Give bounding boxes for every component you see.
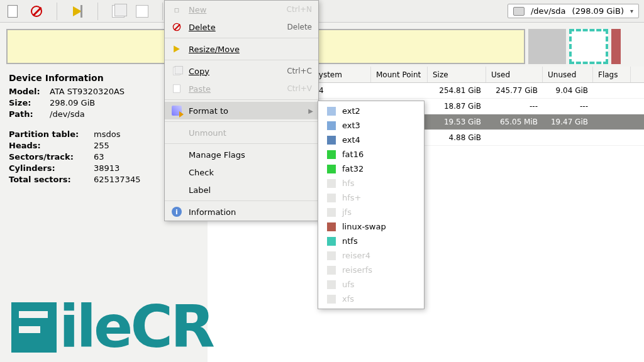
- fs-swatch-icon: [327, 121, 336, 130]
- heads-label: Heads:: [9, 141, 94, 150]
- heads-value: 255: [94, 141, 109, 150]
- menu-unmount: Unmount: [165, 124, 318, 141]
- hdd-icon: [513, 7, 525, 16]
- model-value: ATA ST9320320AS: [50, 87, 125, 96]
- menu-separator: [165, 38, 318, 38]
- cell-unused: 9.04 GiB: [543, 86, 593, 95]
- menu-check[interactable]: Check: [165, 163, 318, 181]
- delete-icon: [171, 21, 182, 33]
- new-partition-icon[interactable]: [5, 4, 20, 19]
- format-option-ext4[interactable]: ext4: [318, 133, 424, 147]
- format-option-xfs: xfs: [318, 292, 424, 306]
- fs-swatch-icon: [327, 179, 336, 188]
- device-selector[interactable]: /dev/sda (298.09 GiB) ▾: [508, 4, 639, 18]
- toolbar: /dev/sda (298.09 GiB) ▾: [0, 0, 644, 23]
- fs-name: ntfs: [342, 236, 358, 246]
- fs-name: hfs+: [342, 193, 361, 202]
- menu-separator: [165, 200, 318, 201]
- col-unused[interactable]: Unused: [543, 67, 593, 82]
- sectors-value: 63: [94, 152, 104, 162]
- fs-name: reiser4: [342, 251, 370, 260]
- menu-label[interactable]: Label: [165, 181, 318, 199]
- cell-size: 4.88 GiB: [428, 133, 486, 142]
- fs-swatch-icon: [327, 222, 336, 231]
- fs-swatch-icon: [327, 237, 336, 246]
- menu-separator: [165, 99, 318, 100]
- format-option-jfs: jfs: [318, 205, 424, 219]
- format-option-fat32[interactable]: fat32: [318, 162, 424, 176]
- format-option-ext3[interactable]: ext3: [318, 118, 424, 133]
- cell-size: 19.53 GiB: [428, 118, 486, 126]
- format-icon: [171, 105, 182, 116]
- format-option-fat16[interactable]: fat16: [318, 147, 424, 162]
- col-size[interactable]: Size: [428, 67, 486, 82]
- sectors-label: Sectors/track:: [9, 152, 94, 162]
- fs-name: jfs: [342, 207, 352, 217]
- path-value: /dev/sda: [50, 109, 85, 119]
- menu-information[interactable]: i Information: [165, 203, 318, 221]
- format-option-hfs: hfs: [318, 176, 424, 190]
- toolbar-divider: [57, 3, 57, 20]
- fs-name: xfs: [342, 294, 354, 304]
- partition-map[interactable]: [6, 29, 638, 64]
- format-option-ext2[interactable]: ext2: [318, 104, 424, 118]
- toolbar-divider: [97, 3, 98, 20]
- format-option-reiser4: reiser4: [318, 248, 424, 263]
- fs-name: ext3: [342, 121, 360, 130]
- copy-icon[interactable]: [111, 4, 126, 19]
- paste-icon: [171, 83, 182, 94]
- fs-swatch-icon: [327, 295, 336, 304]
- device-size: (298.09 GiB): [572, 6, 624, 16]
- fs-swatch-icon: [327, 251, 336, 260]
- fs-name: fat32: [342, 164, 364, 173]
- fs-name: ext2: [342, 106, 360, 116]
- menu-separator: [165, 143, 318, 144]
- format-option-hfsplus: hfs+: [318, 190, 424, 205]
- menu-delete[interactable]: Delete Delete: [165, 18, 318, 36]
- toolbar-divider: [162, 3, 163, 20]
- menu-manage-flags[interactable]: Manage Flags: [165, 146, 318, 163]
- format-option-reiserfs: reiserfs: [318, 263, 424, 277]
- menu-copy[interactable]: Copy Ctrl+C: [165, 62, 318, 80]
- menu-separator: [165, 121, 318, 122]
- totalsectors-label: Total sectors:: [9, 175, 94, 184]
- resize-icon[interactable]: [70, 4, 85, 19]
- menu-resize[interactable]: Resize/Move: [165, 40, 318, 58]
- cell-used: 65.05 MiB: [486, 118, 543, 126]
- menu-format-to[interactable]: Format to ▶: [165, 102, 318, 119]
- new-icon: ▫: [171, 4, 182, 15]
- size-label: Size:: [9, 98, 50, 107]
- device-path: /dev/sda: [531, 6, 566, 16]
- cell-used: ---: [486, 102, 543, 111]
- fs-swatch-icon: [327, 150, 336, 159]
- format-submenu: ext2ext3ext4fat16fat32hfshfs+jfslinux-sw…: [318, 101, 425, 309]
- partition-block-unallocated[interactable]: [528, 29, 566, 64]
- partition-block-sda2[interactable]: [569, 29, 608, 64]
- fs-swatch-icon: [327, 136, 336, 145]
- fs-swatch-icon: [327, 165, 336, 173]
- col-flags[interactable]: Flags: [593, 67, 631, 82]
- partition-block-sda3[interactable]: [611, 29, 621, 64]
- format-option-ntfs[interactable]: ntfs: [318, 234, 424, 248]
- fs-name: fat16: [342, 150, 364, 159]
- delete-icon[interactable]: [29, 4, 44, 19]
- fs-name: reiserfs: [342, 265, 372, 275]
- col-used[interactable]: Used: [486, 67, 543, 82]
- format-option-linux-swap[interactable]: linux-swap: [318, 219, 424, 234]
- fs-name: hfs: [342, 178, 355, 188]
- filecr-f-icon: [11, 302, 57, 353]
- fs-swatch-icon: [327, 280, 336, 289]
- info-icon: i: [171, 206, 182, 217]
- cylinders-value: 38913: [94, 163, 119, 173]
- copy-icon: [171, 65, 182, 77]
- path-label: Path:: [9, 109, 50, 119]
- parttable-label: Partition table:: [9, 129, 94, 139]
- totalsectors-value: 625137345: [94, 175, 140, 184]
- resize-icon: [171, 43, 182, 55]
- fs-swatch-icon: [327, 208, 336, 217]
- col-mountpoint[interactable]: Mount Point: [371, 67, 428, 82]
- paste-icon[interactable]: [135, 4, 150, 19]
- format-option-ufs: ufs: [318, 277, 424, 292]
- fs-swatch-icon: [327, 266, 336, 275]
- cell-size: 254.81 GiB: [428, 86, 486, 95]
